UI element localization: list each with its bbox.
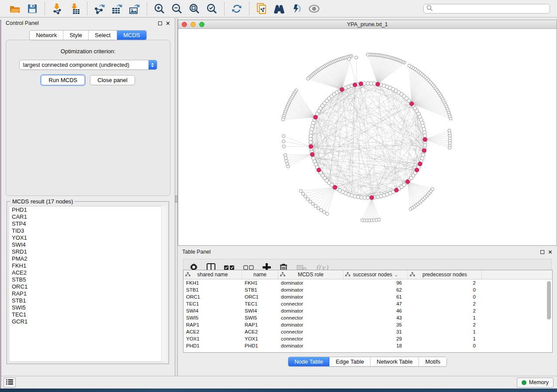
- network-node[interactable]: [356, 195, 360, 199]
- mcds-result-item[interactable]: ACE2: [9, 269, 166, 276]
- mcds-result-item[interactable]: CAR1: [9, 213, 166, 220]
- network-node[interactable]: [301, 192, 304, 195]
- network-window-titlebar[interactable]: YPA_prune.txt_1: [178, 20, 557, 29]
- mcds-hub-node[interactable]: [314, 115, 318, 119]
- network-node[interactable]: [317, 206, 320, 210]
- mcds-result-item[interactable]: STB5: [9, 276, 166, 283]
- network-node[interactable]: [363, 82, 366, 85]
- result-list-scrollbar[interactable]: [161, 206, 167, 362]
- tab-node-table[interactable]: Node Table: [288, 357, 330, 366]
- zoom-in-button[interactable]: [152, 2, 166, 15]
- mcds-result-item[interactable]: STB1: [9, 297, 166, 304]
- clone-network-button[interactable]: [255, 2, 269, 15]
- network-node[interactable]: [431, 188, 434, 191]
- mcds-result-item[interactable]: PMA2: [9, 255, 166, 262]
- network-node[interactable]: [355, 56, 358, 59]
- table-row[interactable]: FKH1FKH1dominator962: [183, 279, 552, 286]
- table-row[interactable]: SWI5SWI5connector431: [183, 314, 552, 321]
- export-image-button[interactable]: [128, 2, 142, 15]
- network-node[interactable]: [422, 127, 426, 131]
- network-node[interactable]: [423, 134, 426, 138]
- network-node[interactable]: [309, 141, 312, 144]
- tab-motifs[interactable]: Motifs: [419, 357, 446, 366]
- mcds-result-item[interactable]: YOX1: [9, 234, 166, 241]
- network-node[interactable]: [369, 82, 373, 85]
- splitter-handle[interactable]: [175, 196, 177, 203]
- table-row[interactable]: ACE2ACE2connector311: [183, 328, 552, 335]
- close-table-panel-icon[interactable]: ✕: [548, 250, 553, 254]
- close-panel-button[interactable]: Close panel: [90, 75, 135, 85]
- mcds-hub-node[interactable]: [309, 144, 313, 148]
- export-network-button[interactable]: [93, 2, 107, 15]
- table-row[interactable]: ORC1ORC1dominator610: [183, 293, 552, 300]
- column-header-MCDS-role[interactable]: MCDS role: [278, 270, 343, 279]
- mcds-hub-node[interactable]: [370, 196, 374, 199]
- network-node[interactable]: [284, 154, 287, 157]
- network-node[interactable]: [287, 165, 290, 168]
- open-file-button[interactable]: [8, 2, 22, 15]
- table-row[interactable]: SWI4SWI4dominator462: [183, 307, 552, 314]
- close-panel-icon[interactable]: ✕: [166, 21, 170, 25]
- network-node[interactable]: [325, 212, 329, 215]
- network-node[interactable]: [366, 53, 369, 56]
- mcds-hub-node[interactable]: [359, 82, 363, 86]
- mcds-result-item[interactable]: SWI4: [9, 241, 166, 248]
- network-node[interactable]: [306, 197, 309, 200]
- table-row[interactable]: YOX1YOX1connector291: [183, 335, 552, 342]
- table-row[interactable]: STB1STB1dominator620: [183, 286, 552, 293]
- network-node[interactable]: [308, 200, 311, 203]
- network-node[interactable]: [282, 145, 285, 148]
- toggle-graphics-details-button[interactable]: [290, 2, 304, 15]
- tab-mcds[interactable]: MCDS: [117, 31, 146, 40]
- export-table-button[interactable]: [110, 2, 124, 15]
- mcds-hub-node[interactable]: [340, 88, 344, 92]
- mcds-hub-node[interactable]: [310, 152, 314, 156]
- zoom-fit-button[interactable]: [187, 2, 201, 15]
- tab-network-table[interactable]: Network Table: [370, 357, 419, 366]
- mcds-result-item[interactable]: SWI5: [9, 304, 166, 311]
- table-row[interactable]: RAP1RAP1dominator352: [183, 321, 552, 328]
- mcds-result-list[interactable]: PHD1CAR1STP4TID3YOX1SWI4SRD1PMA2FKH1ACE2…: [9, 206, 167, 362]
- column-header-predecessor-nodes[interactable]: predecessor nodes: [408, 270, 482, 279]
- network-node[interactable]: [309, 137, 312, 141]
- network-node[interactable]: [376, 195, 379, 199]
- network-node[interactable]: [363, 196, 366, 199]
- float-panel-icon[interactable]: [158, 21, 162, 25]
- column-header-name[interactable]: name: [242, 270, 278, 279]
- network-node[interactable]: [347, 57, 350, 60]
- mcds-hub-node[interactable]: [410, 102, 414, 106]
- tab-style[interactable]: Style: [63, 31, 89, 40]
- network-node[interactable]: [314, 204, 317, 207]
- mcds-hub-node[interactable]: [422, 148, 426, 152]
- table-row[interactable]: TEC1TEC1connector472: [183, 300, 552, 307]
- network-node[interactable]: [320, 209, 323, 212]
- network-node[interactable]: [309, 131, 313, 134]
- mcds-result-item[interactable]: GCR1: [9, 318, 166, 325]
- network-node[interactable]: [408, 64, 411, 67]
- network-node[interactable]: [366, 82, 370, 85]
- mcds-hub-node[interactable]: [317, 168, 321, 172]
- network-node[interactable]: [284, 156, 287, 159]
- apply-layout-button[interactable]: [230, 2, 244, 15]
- network-node[interactable]: [282, 134, 285, 138]
- vertical-splitter[interactable]: [175, 18, 178, 376]
- mcds-result-item[interactable]: PHD1: [9, 206, 166, 213]
- mcds-result-item[interactable]: TID3: [9, 227, 166, 234]
- network-node[interactable]: [309, 134, 312, 138]
- mcds-hub-node[interactable]: [376, 82, 380, 86]
- import-table-button[interactable]: [68, 2, 82, 15]
- network-node[interactable]: [377, 218, 381, 221]
- import-network-button[interactable]: [50, 2, 64, 15]
- mcds-hub-node[interactable]: [353, 83, 357, 87]
- mcds-result-item[interactable]: STP4: [9, 220, 166, 227]
- network-node[interactable]: [423, 131, 426, 134]
- tab-network[interactable]: Network: [30, 31, 63, 40]
- network-node[interactable]: [379, 194, 383, 198]
- tab-edge-table[interactable]: Edge Table: [329, 357, 370, 366]
- column-header-successor-nodes[interactable]: successor nodes⌄: [343, 270, 408, 279]
- network-node[interactable]: [299, 189, 302, 193]
- mcds-hub-node[interactable]: [423, 138, 427, 141]
- network-node[interactable]: [448, 129, 451, 132]
- mcds-hub-node[interactable]: [405, 180, 409, 184]
- mcds-result-item[interactable]: SRD1: [9, 248, 166, 255]
